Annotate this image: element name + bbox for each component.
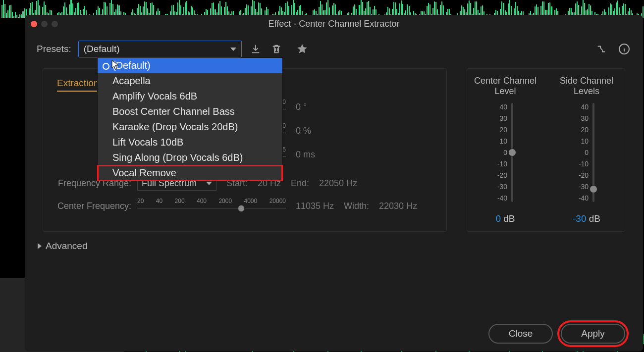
presets-dropdown[interactable]: (Default)AcapellaAmplify Vocals 6dBBoost…: [97, 57, 283, 181]
center-freq-value: 11035 Hz: [296, 201, 334, 211]
routing-button[interactable]: [594, 42, 608, 56]
titlebar: Effect - Center Channel Extractor: [25, 15, 643, 33]
save-preset-button[interactable]: [249, 42, 263, 56]
favorite-button[interactable]: [295, 42, 309, 56]
preset-option[interactable]: Karaoke (Drop Vocals 20dB): [98, 119, 282, 135]
center-freq-label: Center Frequency:: [57, 201, 131, 211]
preset-option[interactable]: Vocal Remove: [98, 165, 282, 181]
preset-option[interactable]: Sing Along (Drop Vocals 6dB): [98, 150, 282, 165]
presets-selected-value: (Default): [84, 44, 120, 54]
advanced-toggle[interactable]: Advanced: [25, 238, 643, 254]
width-hz-label: Width:: [344, 201, 369, 211]
width-hz-value: 22030 Hz: [379, 201, 417, 211]
chevron-down-icon: [230, 48, 236, 51]
end-label: End:: [291, 178, 309, 189]
side-level-slider[interactable]: Side Channel Levels 403020100-10-20-30-4…: [553, 76, 620, 224]
presets-label: Presets:: [37, 44, 71, 54]
presets-row: Presets: (Default) (Default)AcapellaAmpl…: [25, 33, 643, 62]
presets-select[interactable]: (Default): [78, 41, 242, 57]
level-sliders-panel: Center Channel Level 403020100-10-20-30-…: [467, 68, 625, 232]
tab-extraction[interactable]: Extraction: [57, 78, 99, 92]
center-level-slider[interactable]: Center Channel Level 403020100-10-20-30-…: [472, 76, 538, 224]
apply-button[interactable]: Apply: [561, 324, 625, 344]
delete-preset-button[interactable]: [269, 42, 283, 56]
preset-option[interactable]: Boost Center Channel Bass: [98, 104, 282, 119]
info-button[interactable]: [617, 42, 631, 56]
dialog-footer: Close Apply: [25, 311, 643, 352]
center-freq-slider[interactable]: 20402004002000400020000: [137, 198, 286, 214]
chevron-right-icon: [38, 243, 42, 249]
effect-dialog: Effect - Center Channel Extractor Preset…: [25, 15, 643, 352]
preset-option[interactable]: Lift Vocals 10dB: [98, 135, 282, 150]
cursor-icon: [111, 60, 120, 70]
chevron-down-icon: [206, 182, 212, 185]
angle-value: 0 °: [296, 102, 307, 112]
dialog-title: Effect - Center Channel Extractor: [25, 19, 643, 29]
close-button[interactable]: Close: [488, 324, 553, 344]
end-value: 22050 Hz: [319, 178, 357, 189]
center-level-value: 0 dB: [495, 213, 515, 224]
preset-option[interactable]: Acapella: [98, 73, 282, 89]
width-percent-value: 0 %: [296, 126, 311, 136]
side-level-value: -30 dB: [573, 213, 600, 224]
preset-option[interactable]: Amplify Vocals 6dB: [98, 89, 282, 104]
delay-value: 0 ms: [296, 150, 315, 160]
preset-option[interactable]: (Default): [98, 58, 282, 73]
